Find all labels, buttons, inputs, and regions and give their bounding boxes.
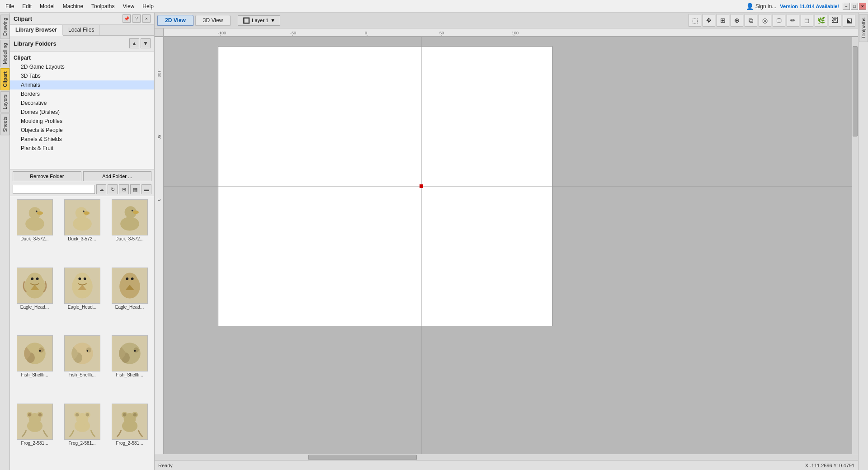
tab-library-browser[interactable]: Library Browser <box>10 25 63 36</box>
thumb-fish-label-1: Fish_Shellfi... <box>21 372 48 377</box>
thumb-frog-1[interactable]: Frog_2-581... <box>12 402 57 469</box>
folder-clipart[interactable]: Clipart <box>10 53 154 62</box>
svg-point-11 <box>131 210 133 212</box>
vtab-clipart[interactable]: Clipart <box>0 68 9 90</box>
menu-model[interactable]: Model <box>36 2 58 11</box>
svg-point-30 <box>39 350 41 352</box>
canvas-marker <box>420 184 423 188</box>
fill-icon[interactable]: 🌿 <box>815 14 827 27</box>
snap-icon[interactable]: ⊕ <box>731 14 743 27</box>
folder-borders[interactable]: Borders <box>10 89 154 99</box>
thumb-duck-1[interactable]: Duck_3-572... <box>12 198 57 264</box>
menu-toolpaths[interactable]: Toolpaths <box>88 2 118 11</box>
view-tab-2d[interactable]: 2D View <box>157 15 193 26</box>
view-tab-3d[interactable]: 3D View <box>195 15 231 26</box>
vtab-modelling[interactable]: Modelling <box>0 40 9 67</box>
layer-dropdown[interactable]: 🔲 Layer 1 ▼ <box>238 15 280 26</box>
thumb-grid-small-icon[interactable]: ⊞ <box>119 184 129 194</box>
thumb-eagle-2[interactable]: Eagle_Head... <box>59 266 105 333</box>
lib-nav-up[interactable]: ▲ <box>129 38 139 48</box>
folder-moulding-profiles[interactable]: Moulding Profiles <box>10 117 154 126</box>
fish-svg-3 <box>113 336 147 371</box>
thumb-refresh-icon[interactable]: ↻ <box>108 184 118 194</box>
thumb-search-input[interactable] <box>13 185 95 194</box>
vtab-sheets[interactable]: Sheets <box>0 113 9 135</box>
lib-nav-down[interactable]: ▼ <box>141 38 151 48</box>
scrollbar-thumb-h[interactable] <box>308 455 417 460</box>
thumb-list-icon[interactable]: ▬ <box>142 184 151 194</box>
lib-folders-title: Library Folders <box>14 40 57 47</box>
thumb-eagle-3[interactable]: Eagle_Head... <box>107 266 152 333</box>
select-icon[interactable]: ⬚ <box>689 14 701 27</box>
transform-icon[interactable]: ✥ <box>703 14 715 27</box>
menu-file[interactable]: File <box>2 2 18 11</box>
close-button[interactable]: ✕ <box>859 3 866 10</box>
minimize-button[interactable]: − <box>843 3 850 10</box>
crosshair-horizontal <box>164 186 858 187</box>
thumb-grid-medium-icon[interactable]: ▦ <box>130 184 140 194</box>
thumb-duck-3[interactable]: Duck_3-572... <box>107 198 152 264</box>
menu-view[interactable]: View <box>119 2 138 11</box>
thumb-fish-3[interactable]: Fish_Shellfi... <box>107 334 152 400</box>
thumb-duck-2[interactable]: Duck_3-572... <box>59 198 105 264</box>
panel-icon-help[interactable]: ? <box>132 14 141 23</box>
scrollbar-thumb-v[interactable] <box>853 46 858 136</box>
lib-nav-buttons: ▲ ▼ <box>129 38 151 48</box>
thumb-fish-label-2: Fish_Shellfi... <box>68 372 95 377</box>
ruler-v-svg: -100 -50 0 <box>155 37 164 454</box>
thumb-eagle-1[interactable]: Eagle_Head... <box>12 266 57 333</box>
thumb-duck-label-2: Duck_3-572... <box>68 236 96 241</box>
thumb-duck-img-2 <box>64 199 100 235</box>
vtab-layers[interactable]: Layers <box>0 91 9 113</box>
zoom-circle-icon[interactable]: ◎ <box>759 14 771 27</box>
3d-view-icon[interactable]: ⬕ <box>843 14 855 27</box>
toolpaths-panel: Toolpaths <box>858 13 868 470</box>
menu-edit[interactable]: Edit <box>19 2 35 11</box>
scrollbar-horizontal[interactable] <box>155 454 858 460</box>
thumb-frog-2[interactable]: Frog_2-581... <box>59 402 105 469</box>
thumb-eagle-img-3 <box>112 268 148 304</box>
eagle-svg-2 <box>65 268 99 303</box>
thumb-duck-label-3: Duck_3-572... <box>115 236 143 241</box>
folder-plants-fruit[interactable]: Plants & Fruit <box>10 144 154 153</box>
scrollbar-vertical[interactable] <box>852 37 858 454</box>
eagle-svg-3 <box>113 268 147 303</box>
panel-icon-pin[interactable]: 📌 <box>123 14 131 23</box>
panel-icon-close[interactable]: × <box>142 14 151 23</box>
tab-local-files[interactable]: Local Files <box>63 25 100 35</box>
thumb-fish-label-3: Fish_Shellfi... <box>116 372 143 377</box>
vtab-drawing[interactable]: Drawing <box>0 14 9 39</box>
svg-point-10 <box>132 211 138 214</box>
restore-button[interactable]: □ <box>851 3 858 10</box>
erase-icon[interactable]: ◻ <box>801 14 813 27</box>
thumb-fish-1[interactable]: Fish_Shellfi... <box>12 334 57 400</box>
duck-svg-3 <box>113 200 147 235</box>
thumb-fish-2[interactable]: Fish_Shellfi... <box>59 334 105 400</box>
folder-decorative[interactable]: Decorative <box>10 99 154 108</box>
draw-icon[interactable]: ✏ <box>787 14 799 27</box>
add-folder-button[interactable]: Add Folder ... <box>83 171 152 181</box>
folder-domes-dishes[interactable]: Domes (Dishes) <box>10 108 154 117</box>
toolpaths-vtab[interactable]: Toolpaths <box>859 14 868 42</box>
folder-objects-people[interactable]: Objects & People <box>10 126 154 135</box>
menu-help[interactable]: Help <box>139 2 157 11</box>
folder-panels-shields[interactable]: Panels & Shields <box>10 135 154 144</box>
folder-2d-game-layouts[interactable]: 2D Game Layouts <box>10 62 154 71</box>
thumb-cloud-icon[interactable]: ☁ <box>96 184 106 194</box>
svg-text:-100: -100 <box>157 69 161 77</box>
svg-text:100: 100 <box>512 31 519 35</box>
thumb-frog-3[interactable]: Frog_2-581... <box>107 402 152 469</box>
zoom-fit-icon[interactable]: ⧉ <box>745 14 757 27</box>
svg-point-8 <box>120 217 139 230</box>
canvas-viewport[interactable] <box>164 37 858 454</box>
status-coords: X:-111.2696 Y: 0.4791 <box>805 463 854 468</box>
sign-in-button[interactable]: 👤 Sign in... <box>746 3 777 10</box>
remove-folder-button[interactable]: Remove Folder <box>13 171 81 181</box>
menu-machine[interactable]: Machine <box>59 2 87 11</box>
material-icon[interactable]: 🖼 <box>829 14 841 27</box>
zoom-box-icon[interactable]: ⬡ <box>773 14 785 27</box>
folder-3d-tabs[interactable]: 3D Tabs <box>10 71 154 80</box>
canvas-area: 2D View 3D View 🔲 Layer 1 ▼ ⬚ ✥ ⊞ ⊕ ⧉ ◎ … <box>155 13 858 470</box>
grid-icon[interactable]: ⊞ <box>717 14 729 27</box>
folder-animals[interactable]: Animals <box>10 80 154 89</box>
